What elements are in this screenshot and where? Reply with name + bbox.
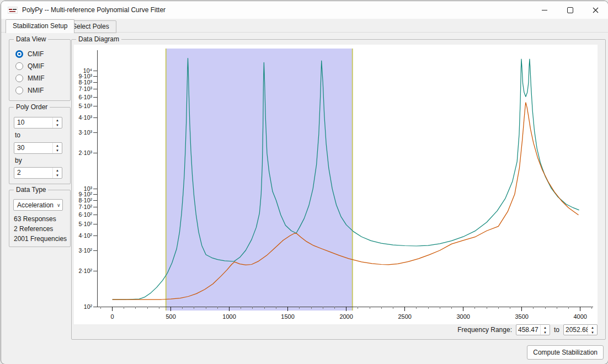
svg-text:2·10³: 2·10³: [78, 149, 92, 156]
close-icon: [593, 7, 599, 13]
svg-text:3·10³: 3·10³: [78, 129, 92, 136]
frequency-min-spin-buttons: ▲ ▼: [540, 325, 550, 335]
frequency-max-spinbox[interactable]: 2052.68 ▲ ▼: [563, 324, 598, 335]
close-button[interactable]: [583, 1, 608, 19]
svg-text:3500: 3500: [515, 313, 528, 320]
svg-text:8·10²: 8·10²: [78, 197, 92, 204]
app-icon: [8, 7, 18, 14]
svg-text:5·10³: 5·10³: [78, 103, 92, 109]
spin-down-icon[interactable]: ▼: [53, 123, 62, 129]
radio-option-nmif[interactable]: NMIF: [15, 85, 44, 96]
radio-option-mmif[interactable]: MMIF: [15, 73, 45, 84]
data-type-selected: Acceleration: [14, 200, 57, 210]
group-data-view: Data View CMIF QMIF MMIF NMIF: [9, 39, 71, 101]
y-tick-labels: 10²2·10²3·10²4·10²5·10²6·10²7·10²8·10²9·…: [78, 67, 97, 309]
poly-order-by-spinbox[interactable]: 2 ▲ ▼: [14, 167, 62, 179]
radio-cmif-circle[interactable]: [15, 50, 23, 58]
spin-up-icon[interactable]: ▲: [53, 117, 62, 123]
group-data-view-title: Data View: [14, 35, 48, 43]
radio-qmif-circle[interactable]: [15, 62, 23, 70]
data-type-dropdown[interactable]: Acceleration ∨: [13, 199, 63, 211]
responses-count: 63 Responses: [14, 215, 56, 223]
tab-stabilization-setup[interactable]: Stabilization Setup: [6, 19, 74, 33]
frequency-range-label: Frequency Range:: [457, 326, 512, 334]
minimize-icon: [542, 10, 547, 10]
poly-order-from-spin-buttons: ▲ ▼: [52, 117, 62, 128]
poly-order-by-value[interactable]: 2: [14, 168, 52, 178]
frequencies-count: 2001 Frequencies: [14, 235, 67, 243]
chevron-down-icon: ∨: [57, 202, 61, 208]
svg-text:1000: 1000: [222, 313, 236, 320]
svg-text:5·10²: 5·10²: [78, 221, 92, 227]
svg-text:2000: 2000: [339, 313, 353, 320]
svg-text:0: 0: [111, 313, 114, 320]
frequency-min-spinbox[interactable]: 458.47 ▲ ▼: [516, 324, 550, 335]
spin-down-icon[interactable]: ▼: [541, 330, 550, 335]
maximize-button[interactable]: [557, 1, 583, 19]
spin-up-icon[interactable]: ▲: [588, 325, 597, 330]
frequency-range-to-label: to: [554, 326, 559, 334]
radio-qmif-label: QMIF: [28, 62, 44, 70]
svg-text:4·10²: 4·10²: [78, 232, 92, 239]
group-poly-order: Poly Order 10 ▲ ▼ to 30 ▲ ▼ by 2 ▲ ▼: [9, 107, 71, 184]
svg-text:3·10²: 3·10²: [78, 247, 92, 254]
svg-text:2·10²: 2·10²: [78, 267, 92, 274]
minimize-button[interactable]: [532, 1, 557, 19]
svg-text:8·10³: 8·10³: [78, 79, 92, 85]
window-title: PolyPy -- Multi-reference Polynomial Cur…: [22, 6, 166, 14]
svg-text:10⁴: 10⁴: [83, 67, 92, 74]
radio-nmif-label: NMIF: [28, 87, 44, 94]
svg-text:7·10²: 7·10²: [78, 204, 92, 210]
app-window: PolyPy -- Multi-reference Polynomial Cur…: [1, 1, 608, 364]
radio-mmif-circle[interactable]: [15, 74, 23, 82]
svg-text:1500: 1500: [281, 313, 294, 320]
frequency-range-row: Frequency Range: 458.47 ▲ ▼ to 2052.68 ▲…: [457, 324, 598, 335]
plot-svg[interactable]: 10²2·10²3·10²4·10²5·10²6·10²7·10²8·10²9·…: [74, 45, 598, 324]
references-count: 2 References: [14, 225, 53, 233]
svg-text:4000: 4000: [573, 313, 586, 320]
plot-canvas[interactable]: 10²2·10²3·10²4·10²5·10²6·10²7·10²8·10²9·…: [74, 45, 598, 324]
poly-order-from-spinbox[interactable]: 10 ▲ ▼: [14, 117, 62, 129]
svg-text:7·10³: 7·10³: [78, 85, 92, 92]
radio-option-qmif[interactable]: QMIF: [15, 61, 44, 72]
poly-order-to-spinbox[interactable]: 30 ▲ ▼: [14, 142, 62, 154]
selection-region[interactable]: [166, 49, 353, 311]
svg-text:6·10³: 6·10³: [78, 94, 92, 100]
spin-up-icon[interactable]: ▲: [53, 143, 62, 148]
svg-text:500: 500: [166, 313, 175, 320]
svg-text:6·10²: 6·10²: [78, 211, 92, 218]
spin-down-icon[interactable]: ▼: [53, 148, 62, 154]
window-controls: [532, 1, 608, 19]
radio-option-cmif[interactable]: CMIF: [15, 49, 44, 60]
svg-text:10³: 10³: [84, 185, 93, 192]
poly-order-to-value[interactable]: 30: [14, 143, 52, 153]
poly-order-from-value[interactable]: 10: [14, 117, 52, 128]
maximize-icon: [567, 7, 573, 13]
spin-up-icon[interactable]: ▲: [53, 168, 62, 173]
group-data-diagram-title: Data Diagram: [76, 35, 121, 43]
group-data-type: Data Type Acceleration ∨ 63 Responses 2 …: [9, 190, 71, 247]
poly-order-by-spin-buttons: ▲ ▼: [52, 168, 62, 178]
spin-down-icon[interactable]: ▼: [53, 173, 62, 179]
poly-order-to-spin-buttons: ▲ ▼: [52, 143, 62, 153]
group-data-type-title: Data Type: [14, 186, 48, 194]
frequency-max-value[interactable]: 2052.68: [564, 325, 588, 335]
frequency-max-spin-buttons: ▲ ▼: [588, 325, 597, 335]
spin-down-icon[interactable]: ▼: [588, 330, 597, 335]
poly-order-to-label: to: [15, 131, 20, 139]
spin-up-icon[interactable]: ▲: [541, 325, 550, 330]
svg-text:3000: 3000: [456, 313, 470, 320]
radio-cmif-label: CMIF: [28, 50, 44, 58]
group-poly-order-title: Poly Order: [14, 103, 50, 111]
radio-mmif-label: MMIF: [28, 74, 45, 82]
svg-text:2500: 2500: [398, 313, 411, 320]
svg-text:10²: 10²: [84, 303, 93, 310]
radio-nmif-circle[interactable]: [15, 87, 23, 94]
frequency-min-value[interactable]: 458.47: [516, 325, 540, 335]
poly-order-by-label: by: [15, 157, 22, 164]
group-data-diagram: Data Diagram 10²2·10²3·10²4·10²5·10²6·10…: [71, 39, 606, 340]
svg-text:4·10³: 4·10³: [78, 114, 92, 121]
compute-stabilization-button[interactable]: Compute Stabilization: [527, 345, 604, 360]
title-bar[interactable]: PolyPy -- Multi-reference Polynomial Cur…: [1, 1, 608, 19]
